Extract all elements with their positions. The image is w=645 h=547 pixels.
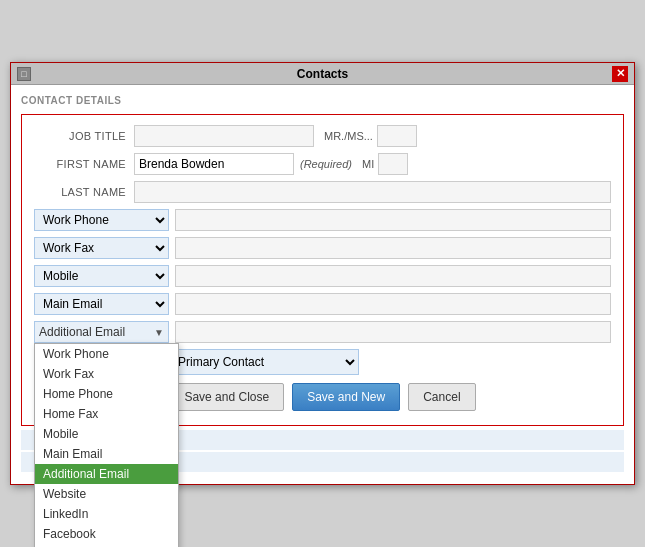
dropdown-arrow-icon: ▼: [154, 327, 164, 338]
save-close-button[interactable]: Save and Close: [169, 383, 284, 411]
first-name-row: FIRST NAME (Required) MI: [34, 153, 611, 175]
phone-row-3: Main EmailWork PhoneWork FaxHome PhoneMo…: [34, 293, 611, 315]
mr-ms-label: MR./MS...: [324, 130, 373, 142]
window-icon: □: [17, 67, 31, 81]
dropdown-item-home-phone[interactable]: Home Phone: [35, 384, 178, 404]
cancel-button[interactable]: Cancel: [408, 383, 475, 411]
last-name-row: LAST NAME: [34, 181, 611, 203]
job-title-row: JOB TITLE MR./MS...: [34, 125, 611, 147]
dropdown-item-main-email[interactable]: Main Email: [35, 444, 178, 464]
primary-contact-select[interactable]: Primary Contact: [169, 349, 359, 375]
phone-row-1: Work FaxWork PhoneHome PhoneMobileMain E…: [34, 237, 611, 259]
additional-email-select[interactable]: Additional Email ▼: [34, 321, 169, 343]
required-label: (Required): [300, 158, 352, 170]
dropdown-item-linkedin[interactable]: LinkedIn: [35, 504, 178, 524]
primary-contact-row: Primary Contact: [169, 349, 611, 375]
form-area: JOB TITLE MR./MS... FIRST NAME (Required…: [21, 114, 624, 426]
dropdown-item-mobile[interactable]: Mobile: [35, 424, 178, 444]
additional-email-wrapper: Additional Email ▼ Work Phone Work Fax H…: [34, 321, 169, 343]
titlebar-title: Contacts: [297, 67, 348, 81]
window-body: CONTACT DETAILS JOB TITLE MR./MS... FIRS…: [11, 85, 634, 484]
additional-email-row: Additional Email ▼ Work Phone Work Fax H…: [34, 321, 611, 343]
phone-select-1[interactable]: Work FaxWork PhoneHome PhoneMobileMain E…: [34, 237, 169, 259]
phone-input-2[interactable]: [175, 265, 611, 287]
phone-row-2: MobileWork PhoneWork FaxHome PhoneMain E…: [34, 265, 611, 287]
first-name-input[interactable]: [134, 153, 294, 175]
additional-email-selected-label: Additional Email: [39, 325, 125, 339]
dropdown-item-facebook[interactable]: Facebook: [35, 524, 178, 544]
titlebar: □ Contacts ✕: [11, 63, 634, 85]
section-label: CONTACT DETAILS: [21, 95, 624, 106]
dropdown-item-additional-email[interactable]: Additional Email: [35, 464, 178, 484]
phone-select-2[interactable]: MobileWork PhoneWork FaxHome PhoneMain E…: [34, 265, 169, 287]
contacts-window: □ Contacts ✕ CONTACT DETAILS JOB TITLE M…: [10, 62, 635, 485]
close-button[interactable]: ✕: [612, 66, 628, 82]
dropdown-item-home-fax[interactable]: Home Fax: [35, 404, 178, 424]
mi-input[interactable]: [378, 153, 408, 175]
job-title-input[interactable]: [134, 125, 314, 147]
first-name-label: FIRST NAME: [34, 158, 134, 170]
phone-input-1[interactable]: [175, 237, 611, 259]
phone-select-3[interactable]: Main EmailWork PhoneWork FaxHome PhoneMo…: [34, 293, 169, 315]
phone-input-3[interactable]: [175, 293, 611, 315]
mi-label: MI: [362, 158, 374, 170]
last-name-label: LAST NAME: [34, 186, 134, 198]
job-title-label: JOB TITLE: [34, 130, 134, 142]
save-new-button[interactable]: Save and New: [292, 383, 400, 411]
dropdown-item-work-fax[interactable]: Work Fax: [35, 364, 178, 384]
phone-row-0: Work PhoneWork FaxHome PhoneMobileMain E…: [34, 209, 611, 231]
phone-input-0[interactable]: [175, 209, 611, 231]
additional-email-input[interactable]: [175, 321, 611, 343]
titlebar-left: □: [17, 67, 31, 81]
dropdown-item-work-phone[interactable]: Work Phone: [35, 344, 178, 364]
phone-select-0[interactable]: Work PhoneWork FaxHome PhoneMobileMain E…: [34, 209, 169, 231]
last-name-input[interactable]: [134, 181, 611, 203]
dropdown-item-website[interactable]: Website: [35, 484, 178, 504]
mr-ms-input[interactable]: [377, 125, 417, 147]
dropdown-list: Work Phone Work Fax Home Phone Home Fax …: [34, 343, 179, 547]
